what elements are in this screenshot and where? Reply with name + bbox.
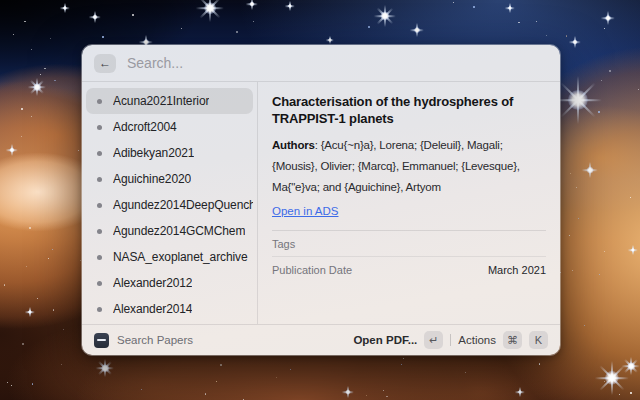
bullet-icon	[97, 177, 102, 182]
list-item[interactable]: Agundez2014DeepQuench	[86, 192, 253, 218]
search-input[interactable]	[125, 54, 548, 72]
publication-date-label: Publication Date	[272, 264, 352, 276]
list-item[interactable]: Alexander2014	[86, 296, 253, 322]
k-keycap: K	[529, 331, 548, 349]
app-name: Search Papers	[117, 334, 193, 346]
back-arrow-icon: ←	[99, 57, 111, 69]
list-item-label: Alexander2014	[113, 302, 192, 316]
paper-title: Characterisation of the hydrospheres of …	[272, 93, 546, 127]
window-body: Acuna2021Interior Adcroft2004 Adibekyan2…	[82, 82, 560, 324]
bullet-icon	[97, 125, 102, 130]
list-item[interactable]: Aguichine2020	[86, 166, 253, 192]
list-item[interactable]: Agundez2014GCMChem	[86, 218, 253, 244]
list-item-label: Alexander2012	[113, 276, 192, 290]
cmd-keycap: ⌘	[503, 331, 522, 349]
bullet-icon	[97, 203, 102, 208]
list-item-label: Agundez2014DeepQuench	[113, 198, 253, 212]
authors-label: Authors	[272, 139, 315, 151]
list-item-label: Agundez2014GCMChem	[113, 224, 245, 238]
divider	[450, 334, 451, 346]
enter-keycap: ↵	[424, 331, 443, 349]
footer-bar: Search Papers Open PDF... ↵ Actions ⌘ K	[82, 324, 560, 355]
tags-row: Tags	[272, 231, 546, 256]
search-papers-app-icon	[94, 333, 109, 348]
list-item-label: Adcroft2004	[113, 120, 177, 134]
list-item-label: Aguichine2020	[113, 172, 191, 186]
list-item[interactable]: Alexander2012	[86, 270, 253, 296]
bullet-icon	[97, 307, 102, 312]
list-item[interactable]: Adcroft2004	[86, 114, 253, 140]
tags-label: Tags	[272, 238, 295, 250]
list-item[interactable]: Adibekyan2021	[86, 140, 253, 166]
bullet-icon	[97, 255, 102, 260]
list-item[interactable]: NASA_exoplanet_archive	[86, 244, 253, 270]
bullet-icon	[97, 281, 102, 286]
paper-list: Acuna2021Interior Adcroft2004 Adibekyan2…	[82, 82, 258, 324]
paper-authors: Authors: {Acu{~n}a}, Lorena; {Deleuil}, …	[272, 135, 546, 198]
list-item-label: NASA_exoplanet_archive	[113, 250, 248, 264]
bullet-icon	[97, 99, 102, 104]
bullet-icon	[97, 229, 102, 234]
bullet-icon	[97, 151, 102, 156]
detail-panel: Characterisation of the hydrospheres of …	[258, 82, 560, 324]
publication-date-row: Publication Date March 2021	[272, 257, 546, 282]
metadata-section: Tags Publication Date March 2021	[272, 230, 546, 282]
footer-actions: Open PDF... ↵ Actions ⌘ K	[353, 331, 548, 349]
list-item-label: Adibekyan2021	[113, 146, 194, 160]
list-item-label: Acuna2021Interior	[113, 94, 209, 108]
back-button[interactable]: ←	[94, 54, 116, 73]
launcher-window: ← Acuna2021Interior Adcroft2004 Adibekya…	[82, 45, 560, 355]
list-item[interactable]: Acuna2021Interior	[86, 88, 253, 114]
publication-date-value: March 2021	[488, 264, 546, 276]
actions-button[interactable]: Actions	[458, 334, 496, 346]
open-in-ads-link[interactable]: Open in ADS	[272, 205, 338, 217]
footer-app: Search Papers	[94, 333, 193, 348]
search-bar: ←	[82, 45, 560, 82]
open-pdf-action[interactable]: Open PDF...	[353, 334, 417, 346]
